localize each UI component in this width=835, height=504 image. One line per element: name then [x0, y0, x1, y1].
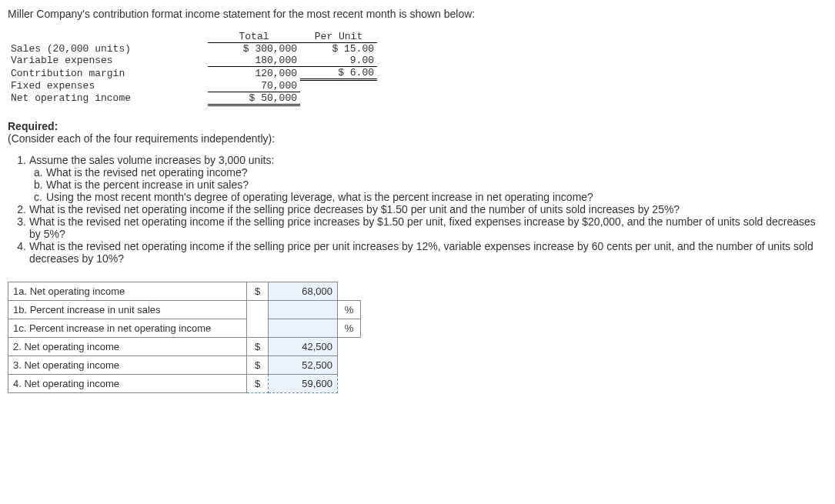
ans-2-label: 2. Net operating income: [8, 337, 247, 355]
q1c: Using the most recent month's degree of …: [46, 191, 827, 203]
row-sales-perunit: $ 15.00: [300, 43, 377, 55]
ans-3-cur: $: [247, 355, 269, 374]
q4: What is the revised net operating income…: [29, 240, 827, 265]
row-cm-total: 120,000: [208, 67, 300, 80]
q1a: What is the revised net operating income…: [46, 166, 827, 179]
ans-1a-unit: [338, 282, 361, 300]
intro-text: Miller Company's contribution format inc…: [8, 8, 827, 20]
row-varexp-label: Variable expenses: [8, 55, 208, 67]
ans-4-cur: $: [247, 374, 269, 392]
table-row: 1b. Percent increase in unit sales %: [8, 300, 361, 319]
ans-1b-unit: %: [338, 300, 361, 319]
table-row: 1a. Net operating income $ 68,000: [8, 282, 361, 300]
ans-4-label: 4. Net operating income: [8, 374, 247, 392]
ans-3-val[interactable]: 52,500: [269, 355, 338, 374]
ans-1c-unit: %: [338, 319, 361, 337]
ans-4-val[interactable]: 59,600: [269, 374, 338, 392]
q3: What is the revised net operating income…: [29, 215, 827, 240]
row-fixed-label: Fixed expenses: [8, 80, 208, 92]
ans-1b-val[interactable]: [269, 300, 338, 319]
ans-1c-val[interactable]: [269, 319, 338, 337]
table-row: 4. Net operating income $ 59,600: [8, 374, 361, 392]
table-row: 3. Net operating income $ 52,500: [8, 355, 361, 374]
question-list: 1.Assume the sales volume increases by 3…: [8, 154, 827, 265]
q1b: What is the percent increase in unit sal…: [46, 179, 827, 191]
row-cm-label: Contribution margin: [8, 67, 208, 80]
hdr-total: Total: [208, 31, 300, 43]
row-cm-perunit: $ 6.00: [300, 67, 377, 80]
row-noi-label: Net operating income: [8, 92, 208, 105]
ans-3-label: 3. Net operating income: [8, 355, 247, 374]
ans-1c-label: 1c. Percent increase in net operating in…: [8, 319, 247, 337]
ans-1a-label: 1a. Net operating income: [8, 282, 247, 300]
row-sales-total: $ 300,000: [208, 43, 300, 55]
ans-2-cur: $: [247, 337, 269, 355]
row-varexp-perunit: 9.00: [300, 55, 377, 67]
row-varexp-total: 180,000: [208, 55, 300, 67]
table-row: 2. Net operating income $ 42,500: [8, 337, 361, 355]
table-row: 1c. Percent increase in net operating in…: [8, 319, 361, 337]
row-sales-label: Sales (20,000 units): [8, 43, 208, 55]
row-fixed-total: 70,000: [208, 80, 300, 92]
answer-table: 1a. Net operating income $ 68,000 1b. Pe…: [8, 282, 361, 393]
required-title: Required:: [8, 120, 827, 132]
row-noi-total: $ 50,000: [208, 92, 300, 105]
q1: Assume the sales volume increases by 3,0…: [29, 154, 827, 166]
ans-1a-cur: $: [247, 282, 269, 300]
ans-1b-label: 1b. Percent increase in unit sales: [8, 300, 247, 319]
q2: What is the revised net operating income…: [29, 203, 827, 215]
ans-1a-val[interactable]: 68,000: [269, 282, 338, 300]
income-statement-table: Total Per Unit Sales (20,000 units) $ 30…: [8, 31, 377, 106]
ans-2-val[interactable]: 42,500: [269, 337, 338, 355]
required-subtitle: (Consider each of the four requirements …: [8, 132, 827, 145]
hdr-perunit: Per Unit: [300, 31, 377, 43]
